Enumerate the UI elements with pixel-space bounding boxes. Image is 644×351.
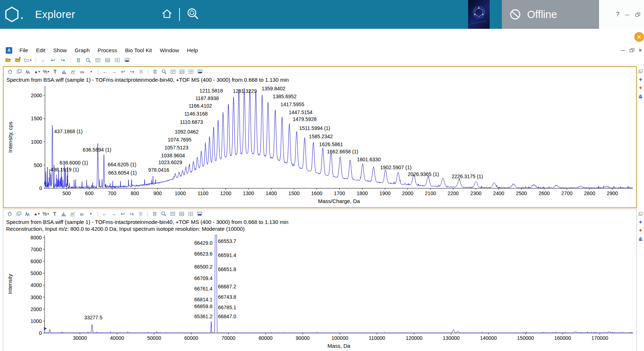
forward-icon[interactable]: → xyxy=(110,210,117,217)
folder-dropdown-icon[interactable]: ▾ xyxy=(24,57,32,64)
chart-canvas[interactable]: 3000040000500006000070000800009000010000… xyxy=(3,232,636,351)
find-table-icon[interactable] xyxy=(196,68,204,75)
offline-status[interactable]: Offline xyxy=(502,0,599,29)
mass-spectrum-chart[interactable]: 5006007008009001000110012001300140015001… xyxy=(4,83,636,206)
delete-icon[interactable] xyxy=(151,210,158,217)
undo-icon[interactable]: ↩ xyxy=(50,57,57,64)
import-icon[interactable] xyxy=(14,57,21,64)
reconstruction-chart[interactable]: 3000040000500006000070000800009000010000… xyxy=(3,232,636,351)
zoom-icon[interactable] xyxy=(85,57,92,64)
restore-button[interactable] xyxy=(635,13,640,17)
redo-icon[interactable]: ↪ xyxy=(59,57,67,64)
x-tick-label: 50000 xyxy=(147,335,161,341)
workspace-thumbnail[interactable] xyxy=(468,0,490,29)
delete-icon[interactable] xyxy=(75,57,82,64)
zoom-icon[interactable] xyxy=(160,210,167,217)
redo-icon[interactable]: ↪ xyxy=(128,210,135,217)
menu-show[interactable]: Show xyxy=(49,46,71,54)
grid-icon[interactable] xyxy=(187,210,194,217)
plus-red-icon[interactable]: + xyxy=(637,84,644,91)
peak-label: 66687.2 xyxy=(218,284,236,289)
restore-window-icon[interactable] xyxy=(637,210,644,217)
undo-icon[interactable]: ↩ xyxy=(119,210,126,217)
overlay-controls-1: ++& xyxy=(637,68,644,100)
child-minimize-button[interactable]: ─ xyxy=(621,47,625,53)
chart-line-icon[interactable] xyxy=(69,68,77,75)
label-peaks-icon[interactable] xyxy=(24,68,32,75)
plus-blue-icon[interactable]: + xyxy=(637,219,644,226)
zoom-icon[interactable] xyxy=(160,68,168,75)
undo-icon[interactable]: ↩ xyxy=(119,68,127,75)
dropdown-icon[interactable]: ▾ xyxy=(87,210,94,217)
minimize-button[interactable]: ─ xyxy=(625,12,629,18)
chart-bars-icon[interactable] xyxy=(60,210,67,217)
list-icon[interactable] xyxy=(178,68,186,75)
expand-dropdown-icon[interactable]: ▲▾ xyxy=(33,68,41,75)
link-icon[interactable]: ∞ xyxy=(78,68,86,75)
back-icon[interactable]: ← xyxy=(101,210,108,217)
find-table-icon[interactable] xyxy=(196,210,203,217)
expand-dropdown-icon[interactable]: ▲▾ xyxy=(33,210,40,217)
overlay-icon[interactable] xyxy=(15,68,23,75)
table-icon[interactable] xyxy=(94,57,101,64)
home-icon[interactable] xyxy=(161,8,173,21)
redo-icon[interactable]: ↪ xyxy=(128,68,136,75)
menu-process[interactable]: Process xyxy=(94,46,121,54)
link-icon[interactable]: ∞ xyxy=(78,210,85,217)
explore-search-icon[interactable] xyxy=(186,7,199,22)
x-tick-label: 2800 xyxy=(584,190,595,196)
y-tick-label: 3000 xyxy=(31,294,42,300)
ampersand-icon[interactable]: & xyxy=(637,235,644,242)
label-peaks-icon[interactable] xyxy=(24,210,31,217)
forward-icon[interactable]: → xyxy=(110,68,118,75)
open-icon[interactable] xyxy=(4,57,12,64)
percent-dropdown-icon[interactable]: %▾ xyxy=(42,68,50,75)
list-icon[interactable] xyxy=(178,210,185,217)
overlay-icon[interactable] xyxy=(15,210,22,217)
clear-icon[interactable] xyxy=(137,210,144,217)
peak-label: 33277.5 xyxy=(84,315,103,320)
grid-icon[interactable] xyxy=(114,57,121,64)
menu-help[interactable]: Help xyxy=(183,46,202,54)
home-icon[interactable] xyxy=(6,210,13,217)
restore-window-icon[interactable] xyxy=(637,68,644,75)
threshold-icon[interactable]: T xyxy=(51,210,58,217)
percent-dropdown-icon[interactable]: %▾ xyxy=(42,210,49,217)
chart-line-icon[interactable] xyxy=(69,210,76,217)
help-button[interactable]: ? xyxy=(616,11,619,18)
peak-label: 66591.4 xyxy=(218,252,236,258)
menu-window[interactable]: Window xyxy=(156,46,183,54)
ampersand-icon[interactable]: & xyxy=(637,93,644,100)
peak-label: 2226.3175 (1) xyxy=(452,174,483,179)
sciex-logo[interactable]: ▾ xyxy=(4,6,23,23)
home-icon[interactable] xyxy=(6,68,14,75)
back-icon[interactable]: ← xyxy=(40,57,47,64)
list-icon[interactable] xyxy=(104,57,111,64)
threshold-icon[interactable]: T xyxy=(51,68,59,75)
table-icon[interactable] xyxy=(169,210,176,217)
child-restore-button[interactable] xyxy=(630,48,634,52)
x-tick-label: 100000 xyxy=(331,335,348,341)
menu-file[interactable]: File xyxy=(15,46,32,54)
close-notification-button[interactable]: × xyxy=(634,32,644,42)
trace-start-marker[interactable] xyxy=(44,327,47,330)
x-tick-label: 2900 xyxy=(607,190,618,196)
find-table-icon[interactable] xyxy=(123,57,131,64)
grid-icon[interactable] xyxy=(187,68,195,75)
table-icon[interactable] xyxy=(169,68,177,75)
peak-label: 638.6000 (1) xyxy=(60,160,88,166)
x-tick-label: 2500 xyxy=(516,190,527,196)
menu-edit[interactable]: Edit xyxy=(32,46,49,54)
child-close-button[interactable]: × xyxy=(639,47,642,54)
back-icon[interactable]: ← xyxy=(101,68,109,75)
clear-icon[interactable] xyxy=(137,68,145,75)
chart-canvas[interactable]: 5006007008009001000110012001300140015001… xyxy=(4,83,636,206)
chart-bars-icon[interactable] xyxy=(60,68,68,75)
dropdown-icon[interactable]: ▾ xyxy=(87,68,95,75)
plus-red-icon[interactable]: + xyxy=(637,227,644,234)
delete-icon[interactable] xyxy=(151,68,159,75)
plus-blue-icon[interactable]: + xyxy=(637,76,644,83)
menu-bio-tool-kit[interactable]: Bio Tool Kit xyxy=(121,46,156,54)
logo-dropdown-caret-icon[interactable]: ▾ xyxy=(21,16,23,21)
menu-graph[interactable]: Graph xyxy=(71,46,94,54)
